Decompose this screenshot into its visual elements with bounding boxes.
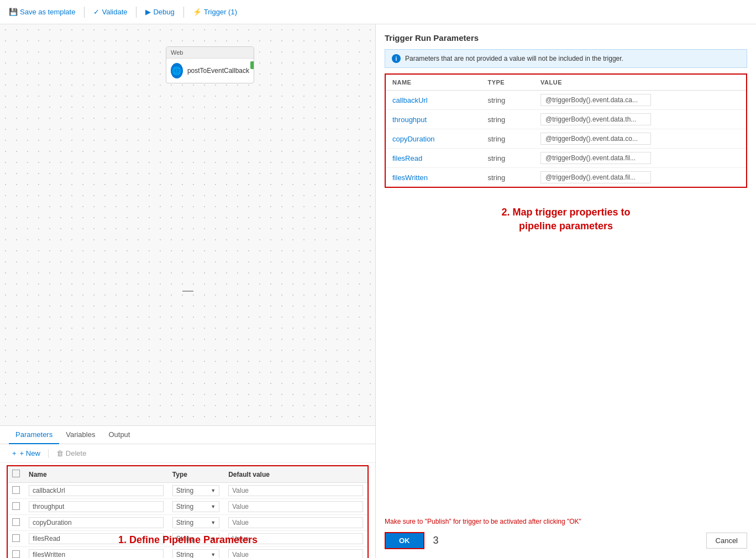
trigger-panel-title: Trigger Run Parameters bbox=[385, 33, 747, 43]
collapse-handle-bar bbox=[182, 291, 193, 292]
cancel-button[interactable]: Cancel bbox=[706, 533, 747, 549]
param-value-input[interactable] bbox=[228, 501, 363, 512]
save-icon: 💾 bbox=[9, 8, 18, 16]
activity-name: postToEventCallback bbox=[187, 67, 249, 75]
trigger-row: callbackUrl string bbox=[386, 91, 746, 110]
right-bottom: Make sure to "Publish" for trigger to be… bbox=[385, 518, 747, 549]
param-row: String ▼ bbox=[8, 483, 368, 499]
main-layout: Web 🌐 postToEventCallback Parameters Var… bbox=[0, 24, 756, 558]
trigger-row-type: string bbox=[487, 154, 505, 162]
activity-node-header: Web bbox=[166, 47, 254, 59]
toolbar-separator-3 bbox=[183, 7, 184, 18]
param-value-input[interactable] bbox=[228, 549, 363, 558]
activity-node[interactable]: Web 🌐 postToEventCallback bbox=[166, 46, 254, 83]
debug-icon: ▶ bbox=[145, 8, 151, 16]
toolbar: 💾 Save as template ✓ Validate ▶ Debug ⚡ … bbox=[0, 0, 756, 24]
trigger-value-input[interactable] bbox=[540, 113, 651, 125]
trigger-table: NAME TYPE VALUE callbackUrl string throu… bbox=[386, 75, 746, 187]
header-checkbox[interactable] bbox=[12, 470, 20, 477]
new-param-button[interactable]: + + New bbox=[9, 448, 44, 459]
param-row: String ▼ bbox=[8, 499, 368, 515]
right-panel: Trigger Run Parameters i Parameters that… bbox=[376, 24, 756, 558]
collapse-handle[interactable] bbox=[180, 289, 196, 293]
left-panel: Web 🌐 postToEventCallback Parameters Var… bbox=[0, 24, 376, 558]
tab-parameters[interactable]: Parameters bbox=[9, 426, 59, 444]
activity-icon: 🌐 bbox=[171, 63, 183, 78]
ok-button[interactable]: OK bbox=[385, 532, 424, 549]
trigger-value-input[interactable] bbox=[540, 152, 651, 164]
col-header-default: Default value bbox=[224, 466, 368, 483]
row-checkbox[interactable] bbox=[12, 486, 20, 494]
info-icon: i bbox=[392, 54, 401, 63]
trigger-row: copyDuration string bbox=[386, 129, 746, 149]
param-type-select[interactable]: String ▼ bbox=[172, 517, 219, 528]
btn-sep bbox=[48, 449, 49, 458]
toolbar-separator bbox=[84, 7, 85, 18]
activity-connector[interactable] bbox=[250, 61, 254, 69]
param-row: String ▼ bbox=[8, 547, 368, 559]
trigger-table-wrapper: NAME TYPE VALUE callbackUrl string throu… bbox=[385, 73, 747, 188]
param-name-input[interactable] bbox=[29, 517, 164, 528]
publish-warning: Make sure to "Publish" for trigger to be… bbox=[385, 518, 747, 525]
col-header-type: Type bbox=[168, 466, 224, 483]
trigger-icon: ⚡ bbox=[193, 8, 202, 16]
param-type-select[interactable]: String ▼ bbox=[172, 549, 219, 558]
info-bar: i Parameters that are not provided a val… bbox=[385, 49, 747, 68]
col-header-name: Name bbox=[24, 466, 168, 483]
info-text: Parameters that are not provided a value… bbox=[405, 55, 623, 62]
trigger-col-name: NAME bbox=[386, 75, 481, 91]
trigger-value-input[interactable] bbox=[540, 171, 651, 183]
delete-param-button[interactable]: 🗑 Delete bbox=[53, 448, 90, 459]
trigger-row-type: string bbox=[487, 173, 505, 182]
trigger-row: filesWritten string bbox=[386, 168, 746, 187]
trigger-value-input[interactable] bbox=[540, 94, 651, 106]
trigger-row-name: callbackUrl bbox=[392, 96, 428, 104]
trigger-row: throughput string bbox=[386, 110, 746, 129]
trigger-button[interactable]: ⚡ Trigger (1) bbox=[193, 8, 237, 16]
activity-node-body: 🌐 postToEventCallback bbox=[166, 59, 254, 83]
tab-variables[interactable]: Variables bbox=[59, 426, 102, 444]
params-toolbar: + + New 🗑 Delete bbox=[0, 444, 375, 463]
bottom-tabs: Parameters Variables Output bbox=[0, 426, 375, 444]
step-3-label: 3 bbox=[433, 535, 439, 546]
trigger-row: filesRead string bbox=[386, 149, 746, 168]
trigger-row-name: copyDuration bbox=[392, 135, 435, 143]
chevron-down-icon: ▼ bbox=[211, 488, 216, 493]
dialog-buttons: OK 3 Cancel bbox=[385, 532, 747, 549]
delete-icon: 🗑 bbox=[56, 449, 64, 457]
save-as-template-button[interactable]: 💾 Save as template bbox=[9, 8, 75, 16]
param-name-input[interactable] bbox=[29, 485, 164, 496]
debug-button[interactable]: ▶ Debug bbox=[145, 8, 174, 16]
param-name-input[interactable] bbox=[29, 501, 164, 512]
trigger-value-input[interactable] bbox=[540, 133, 651, 145]
trigger-row-type: string bbox=[487, 96, 505, 104]
validate-button[interactable]: ✓ Validate bbox=[93, 8, 127, 16]
trigger-col-type: TYPE bbox=[481, 75, 534, 91]
trigger-row-name: throughput bbox=[392, 115, 427, 124]
chevron-down-icon: ▼ bbox=[211, 504, 216, 509]
chevron-down-icon: ▼ bbox=[211, 552, 216, 557]
row-checkbox[interactable] bbox=[12, 502, 20, 510]
param-name-input[interactable] bbox=[29, 549, 164, 558]
toolbar-separator-2 bbox=[136, 7, 136, 18]
step-2-label: 2. Map trigger properties topipeline par… bbox=[385, 206, 747, 233]
param-type-select[interactable]: String ▼ bbox=[172, 501, 219, 512]
row-checkbox[interactable] bbox=[12, 518, 20, 526]
row-checkbox[interactable] bbox=[12, 550, 20, 558]
step-1-label: 1. Define Pipeline Parameters bbox=[0, 534, 376, 546]
param-value-input[interactable] bbox=[228, 485, 363, 496]
trigger-row-type: string bbox=[487, 115, 505, 124]
param-value-input[interactable] bbox=[228, 517, 363, 528]
param-row: String ▼ bbox=[8, 515, 368, 531]
canvas-area[interactable]: Web 🌐 postToEventCallback bbox=[0, 24, 375, 425]
validate-icon: ✓ bbox=[93, 8, 99, 16]
trigger-row-name: filesWritten bbox=[392, 173, 428, 182]
param-type-select[interactable]: String ▼ bbox=[172, 485, 219, 496]
tab-output[interactable]: Output bbox=[102, 426, 136, 444]
trigger-row-type: string bbox=[487, 135, 505, 143]
trigger-col-value: VALUE bbox=[534, 75, 746, 91]
trigger-row-name: filesRead bbox=[392, 154, 422, 162]
plus-icon: + bbox=[12, 449, 17, 457]
chevron-down-icon: ▼ bbox=[211, 520, 216, 525]
